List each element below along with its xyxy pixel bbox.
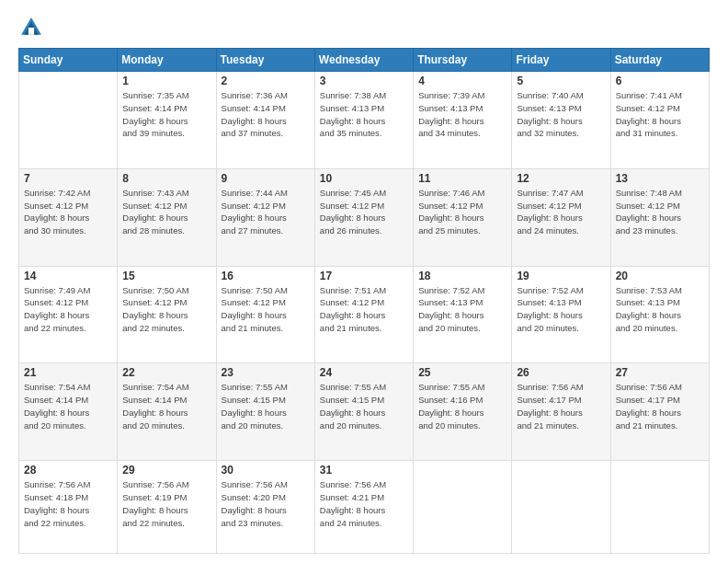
calendar-cell: 9Sunrise: 7:44 AMSunset: 4:12 PMDaylight… xyxy=(216,168,314,266)
calendar-cell: 6Sunrise: 7:41 AMSunset: 4:12 PMDaylight… xyxy=(610,72,709,169)
calendar-cell: 31Sunrise: 7:56 AMSunset: 4:21 PMDayligh… xyxy=(314,461,413,554)
calendar-cell xyxy=(414,461,512,554)
day-number: 12 xyxy=(517,172,605,185)
day-number: 6 xyxy=(616,75,704,87)
page: SundayMondayTuesdayWednesdayThursdayFrid… xyxy=(0,0,728,563)
day-header-monday: Monday xyxy=(118,49,216,72)
day-info: Sunrise: 7:56 AMSunset: 4:19 PMDaylight:… xyxy=(122,478,210,529)
day-info: Sunrise: 7:56 AMSunset: 4:17 PMDaylight:… xyxy=(517,381,605,431)
day-number: 27 xyxy=(616,366,704,379)
calendar-cell: 25Sunrise: 7:55 AMSunset: 4:16 PMDayligh… xyxy=(414,363,512,461)
day-info: Sunrise: 7:52 AMSunset: 4:13 PMDaylight:… xyxy=(517,284,605,335)
calendar-week-row: 14Sunrise: 7:49 AMSunset: 4:12 PMDayligh… xyxy=(19,266,710,363)
day-number: 23 xyxy=(222,366,310,379)
calendar-header-row: SundayMondayTuesdayWednesdayThursdayFrid… xyxy=(19,49,710,72)
calendar-cell: 12Sunrise: 7:47 AMSunset: 4:12 PMDayligh… xyxy=(512,168,610,266)
calendar-cell: 11Sunrise: 7:46 AMSunset: 4:12 PMDayligh… xyxy=(414,168,512,266)
calendar-cell: 29Sunrise: 7:56 AMSunset: 4:19 PMDayligh… xyxy=(118,461,216,554)
day-number: 3 xyxy=(320,75,408,87)
svg-rect-2 xyxy=(28,28,34,35)
calendar-cell: 19Sunrise: 7:52 AMSunset: 4:13 PMDayligh… xyxy=(512,266,610,363)
calendar-cell: 27Sunrise: 7:56 AMSunset: 4:17 PMDayligh… xyxy=(610,363,709,461)
calendar-cell: 26Sunrise: 7:56 AMSunset: 4:17 PMDayligh… xyxy=(512,363,610,461)
calendar-cell: 23Sunrise: 7:55 AMSunset: 4:15 PMDayligh… xyxy=(216,363,314,461)
day-header-saturday: Saturday xyxy=(610,49,709,72)
day-number: 24 xyxy=(320,366,408,379)
calendar-cell: 18Sunrise: 7:52 AMSunset: 4:13 PMDayligh… xyxy=(414,266,512,363)
day-info: Sunrise: 7:43 AMSunset: 4:12 PMDaylight:… xyxy=(122,187,210,237)
day-info: Sunrise: 7:55 AMSunset: 4:15 PMDaylight:… xyxy=(320,381,408,431)
day-number: 14 xyxy=(24,270,112,282)
calendar-cell: 1Sunrise: 7:35 AMSunset: 4:14 PMDaylight… xyxy=(118,72,216,169)
calendar-cell: 21Sunrise: 7:54 AMSunset: 4:14 PMDayligh… xyxy=(19,363,118,461)
day-header-tuesday: Tuesday xyxy=(216,49,314,72)
day-number: 25 xyxy=(418,366,506,379)
calendar-cell: 3Sunrise: 7:38 AMSunset: 4:13 PMDaylight… xyxy=(314,72,413,169)
day-number: 2 xyxy=(222,75,310,87)
day-info: Sunrise: 7:56 AMSunset: 4:18 PMDaylight:… xyxy=(24,478,112,529)
day-number: 16 xyxy=(222,270,310,282)
day-number: 9 xyxy=(222,172,310,185)
day-number: 28 xyxy=(24,464,112,477)
header xyxy=(18,15,710,40)
day-number: 13 xyxy=(616,172,704,185)
day-number: 18 xyxy=(418,270,506,282)
calendar-cell: 17Sunrise: 7:51 AMSunset: 4:12 PMDayligh… xyxy=(314,266,413,363)
calendar-cell: 24Sunrise: 7:55 AMSunset: 4:15 PMDayligh… xyxy=(314,363,413,461)
day-number: 20 xyxy=(616,270,704,282)
calendar-week-row: 1Sunrise: 7:35 AMSunset: 4:14 PMDaylight… xyxy=(19,72,710,169)
day-number: 10 xyxy=(320,172,408,185)
calendar-cell: 13Sunrise: 7:48 AMSunset: 4:12 PMDayligh… xyxy=(610,168,709,266)
day-number: 29 xyxy=(122,464,210,477)
day-number: 11 xyxy=(418,172,506,185)
logo-icon xyxy=(18,15,44,40)
day-number: 30 xyxy=(222,464,310,477)
day-info: Sunrise: 7:41 AMSunset: 4:12 PMDaylight:… xyxy=(616,89,704,140)
day-number: 26 xyxy=(517,366,605,379)
day-info: Sunrise: 7:47 AMSunset: 4:12 PMDaylight:… xyxy=(517,187,605,237)
day-number: 7 xyxy=(24,172,112,185)
day-info: Sunrise: 7:45 AMSunset: 4:12 PMDaylight:… xyxy=(320,187,408,237)
day-number: 8 xyxy=(122,172,210,185)
calendar: SundayMondayTuesdayWednesdayThursdayFrid… xyxy=(18,48,710,554)
day-info: Sunrise: 7:52 AMSunset: 4:13 PMDaylight:… xyxy=(418,284,506,335)
day-number: 21 xyxy=(24,366,112,379)
day-info: Sunrise: 7:39 AMSunset: 4:13 PMDaylight:… xyxy=(418,89,506,140)
day-info: Sunrise: 7:50 AMSunset: 4:12 PMDaylight:… xyxy=(122,284,210,335)
calendar-cell: 14Sunrise: 7:49 AMSunset: 4:12 PMDayligh… xyxy=(19,266,118,363)
day-info: Sunrise: 7:56 AMSunset: 4:21 PMDaylight:… xyxy=(320,478,408,529)
calendar-cell: 20Sunrise: 7:53 AMSunset: 4:13 PMDayligh… xyxy=(610,266,709,363)
calendar-cell xyxy=(19,72,118,169)
day-info: Sunrise: 7:46 AMSunset: 4:12 PMDaylight:… xyxy=(418,187,506,237)
calendar-week-row: 21Sunrise: 7:54 AMSunset: 4:14 PMDayligh… xyxy=(19,363,710,461)
calendar-cell: 16Sunrise: 7:50 AMSunset: 4:12 PMDayligh… xyxy=(216,266,314,363)
day-number: 17 xyxy=(320,270,408,282)
day-header-friday: Friday xyxy=(512,49,610,72)
calendar-cell xyxy=(512,461,610,554)
day-info: Sunrise: 7:54 AMSunset: 4:14 PMDaylight:… xyxy=(122,381,210,431)
logo xyxy=(18,15,48,40)
calendar-cell: 7Sunrise: 7:42 AMSunset: 4:12 PMDaylight… xyxy=(19,168,118,266)
calendar-cell: 5Sunrise: 7:40 AMSunset: 4:13 PMDaylight… xyxy=(512,72,610,169)
calendar-week-row: 28Sunrise: 7:56 AMSunset: 4:18 PMDayligh… xyxy=(19,461,710,554)
day-info: Sunrise: 7:48 AMSunset: 4:12 PMDaylight:… xyxy=(616,187,704,237)
day-info: Sunrise: 7:54 AMSunset: 4:14 PMDaylight:… xyxy=(24,381,112,431)
day-info: Sunrise: 7:56 AMSunset: 4:17 PMDaylight:… xyxy=(616,381,704,431)
day-info: Sunrise: 7:55 AMSunset: 4:15 PMDaylight:… xyxy=(222,381,310,431)
day-number: 19 xyxy=(517,270,605,282)
day-number: 4 xyxy=(418,75,506,87)
day-header-sunday: Sunday xyxy=(19,49,118,72)
day-info: Sunrise: 7:53 AMSunset: 4:13 PMDaylight:… xyxy=(616,284,704,335)
calendar-cell: 22Sunrise: 7:54 AMSunset: 4:14 PMDayligh… xyxy=(118,363,216,461)
day-info: Sunrise: 7:38 AMSunset: 4:13 PMDaylight:… xyxy=(320,89,408,140)
day-info: Sunrise: 7:35 AMSunset: 4:14 PMDaylight:… xyxy=(122,89,210,140)
calendar-cell: 10Sunrise: 7:45 AMSunset: 4:12 PMDayligh… xyxy=(314,168,413,266)
day-info: Sunrise: 7:36 AMSunset: 4:14 PMDaylight:… xyxy=(222,89,310,140)
calendar-cell: 28Sunrise: 7:56 AMSunset: 4:18 PMDayligh… xyxy=(19,461,118,554)
day-number: 31 xyxy=(320,464,408,477)
day-number: 5 xyxy=(517,75,605,87)
day-info: Sunrise: 7:50 AMSunset: 4:12 PMDaylight:… xyxy=(222,284,310,335)
day-info: Sunrise: 7:51 AMSunset: 4:12 PMDaylight:… xyxy=(320,284,408,335)
day-info: Sunrise: 7:44 AMSunset: 4:12 PMDaylight:… xyxy=(222,187,310,237)
day-info: Sunrise: 7:40 AMSunset: 4:13 PMDaylight:… xyxy=(517,89,605,140)
